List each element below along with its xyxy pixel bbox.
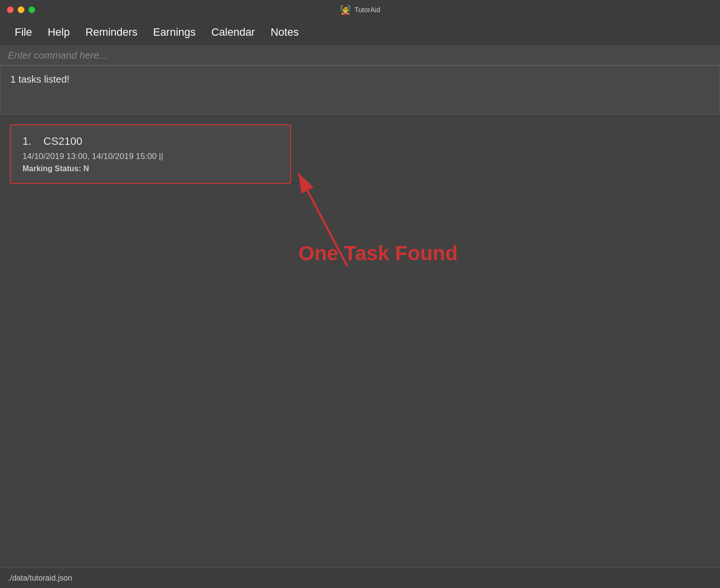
- command-area: [0, 45, 720, 66]
- menu-file[interactable]: File: [8, 23, 39, 42]
- close-button[interactable]: [7, 6, 14, 13]
- annotation-label: One Task Found: [298, 242, 458, 265]
- menu-earnings[interactable]: Earnings: [146, 23, 202, 42]
- title-bar-content: 🧑‍🏫 TutorAid: [340, 4, 380, 15]
- main-content: 1. CS2100 14/10/2019 13:00, 14/10/2019 1…: [0, 114, 720, 567]
- status-text: 1 tasks listed!: [10, 74, 69, 85]
- task-number: 1.: [22, 135, 31, 147]
- traffic-lights: [7, 6, 35, 13]
- task-marking: Marking Status: N: [22, 164, 278, 173]
- menu-notes[interactable]: Notes: [264, 23, 305, 42]
- title-bar: 🧑‍🏫 TutorAid: [0, 0, 720, 20]
- app-icon: 🧑‍🏫: [340, 4, 351, 15]
- maximize-button[interactable]: [28, 6, 35, 13]
- bottom-bar: ./data/tutoraid.json: [0, 567, 720, 588]
- status-area: 1 tasks listed!: [0, 66, 720, 114]
- app-title: TutorAid: [355, 6, 380, 14]
- task-datetime: 14/10/2019 13:00, 14/10/2019 15:00 ||: [22, 152, 278, 161]
- task-name: CS2100: [44, 135, 83, 147]
- task-card: 1. CS2100 14/10/2019 13:00, 14/10/2019 1…: [10, 124, 291, 184]
- menu-calendar[interactable]: Calendar: [204, 23, 262, 42]
- minimize-button[interactable]: [18, 6, 24, 13]
- command-input[interactable]: [8, 50, 712, 61]
- task-number-name: 1. CS2100: [22, 135, 278, 148]
- bottom-bar-path: ./data/tutoraid.json: [8, 574, 72, 583]
- menu-help[interactable]: Help: [41, 23, 76, 42]
- menu-bar: File Help Reminders Earnings Calendar No…: [0, 20, 720, 45]
- menu-reminders[interactable]: Reminders: [79, 23, 144, 42]
